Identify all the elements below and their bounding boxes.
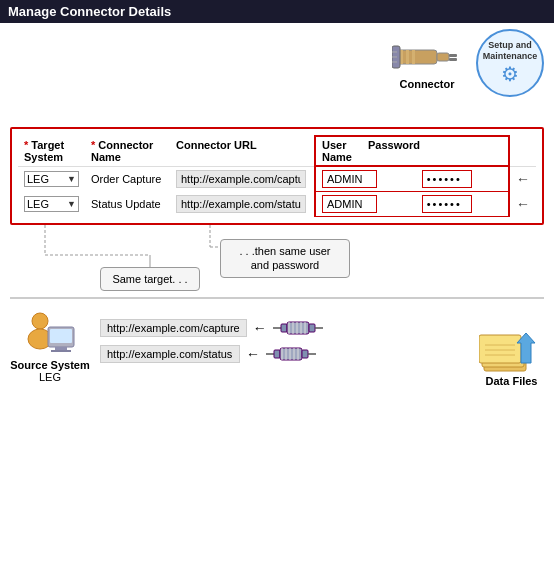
source-system-icon [20, 309, 80, 359]
url-row-2: http://example.com/status ← [100, 345, 469, 363]
page-header: Manage Connector Details [0, 0, 554, 23]
bottom-url-1: http://example.com/capture [100, 319, 247, 337]
connector-name-value-1: Order Capture [91, 173, 161, 185]
arrow-left-2: ← [246, 346, 260, 362]
target-system-select-1[interactable]: LEG ▼ [24, 171, 79, 187]
connector-badge: Connector Setup and Maintenance ⚙ [392, 29, 544, 97]
col-header-arrow [509, 136, 536, 166]
target-system-cell-1: LEG ▼ [18, 166, 85, 192]
svg-rect-21 [55, 347, 67, 350]
page-title: Manage Connector Details [8, 4, 171, 19]
svg-rect-6 [412, 50, 415, 64]
svg-rect-5 [406, 50, 409, 64]
password-cell-2 [416, 192, 509, 217]
username-cell-2 [315, 192, 416, 217]
callout-same-user-pass: . . .then same user and password [220, 239, 350, 278]
bottom-section: Source System LEG http://example.com/cap… [0, 299, 554, 397]
top-section: Connector Setup and Maintenance ⚙ [0, 23, 554, 123]
data-files-area: Data Files [479, 309, 544, 387]
username-input-2[interactable] [322, 195, 377, 213]
table-row: LEG ▼ Status Update ← [18, 192, 536, 217]
svg-rect-34 [274, 350, 280, 358]
svg-rect-1 [437, 53, 449, 61]
source-system-value: LEG [39, 371, 61, 383]
table-row: LEG ▼ Order Capture ← [18, 166, 536, 192]
gear-icon: ⚙ [501, 62, 519, 86]
source-system-label: Source System [10, 359, 89, 371]
setup-line1: Setup and [488, 40, 532, 51]
callout-same-target: Same target. . . [100, 267, 200, 291]
data-files-label: Data Files [486, 375, 538, 387]
callout-same-user-text: . . .then same user and password [239, 245, 330, 271]
password-input-1[interactable] [422, 170, 472, 188]
target-system-cell-2: LEG ▼ [18, 192, 85, 217]
svg-rect-2 [449, 54, 457, 57]
connector-name-cell-1: Order Capture [85, 166, 170, 192]
callout-section: Same target. . . . . .then same user and… [10, 225, 544, 297]
url-input-2[interactable] [176, 195, 306, 213]
arrow-left-1: ← [253, 320, 267, 336]
url-input-1[interactable] [176, 170, 306, 188]
col-header-password: Password [368, 139, 420, 163]
svg-rect-3 [449, 58, 457, 61]
svg-rect-24 [281, 324, 287, 332]
row-arrow-cell-2: ← [509, 192, 536, 217]
connector-plug-icon [392, 36, 462, 78]
connector-symbol-2 [266, 346, 316, 362]
username-cell-1 [315, 166, 416, 192]
dropdown-arrow-2: ▼ [67, 199, 76, 209]
username-input-1[interactable] [322, 170, 377, 188]
dropdown-arrow-1: ▼ [67, 174, 76, 184]
url-row-1: http://example.com/capture ← [100, 319, 469, 337]
svg-point-17 [32, 313, 48, 329]
connector-table: * TargetSystem * ConnectorName Connector… [18, 135, 536, 217]
connector-name-cell-2: Status Update [85, 192, 170, 217]
row-arrow-cell-1: ← [509, 166, 536, 192]
col-header-connector-name: * ConnectorName [85, 136, 170, 166]
data-files-icon [479, 313, 544, 373]
svg-rect-20 [50, 329, 72, 343]
bottom-url-2: http://example.com/status [100, 345, 240, 363]
callout-same-target-text: Same target. . . [112, 273, 187, 285]
svg-rect-25 [287, 322, 309, 334]
url-cell-2 [170, 192, 315, 217]
col-header-target: * TargetSystem [18, 136, 85, 166]
password-input-2[interactable] [422, 195, 472, 213]
connector-icon-area: Connector Setup and Maintenance ⚙ [392, 29, 544, 97]
target-value-2: LEG [27, 198, 67, 210]
svg-rect-45 [479, 335, 521, 363]
row-arrow-icon-1: ← [516, 171, 530, 187]
row-arrow-icon-2: ← [516, 196, 530, 212]
source-system-area: Source System LEG [10, 309, 90, 383]
connector-table-section: * TargetSystem * ConnectorName Connector… [10, 127, 544, 225]
setup-maintenance-badge: Setup and Maintenance ⚙ [476, 29, 544, 97]
url-rows-area: http://example.com/capture ← http://exam… [100, 309, 469, 363]
password-cell-1 [416, 166, 509, 192]
svg-rect-41 [302, 350, 308, 358]
connector-label: Connector [400, 78, 455, 90]
url-cell-1 [170, 166, 315, 192]
col-header-userpass: UserName Password [315, 136, 509, 166]
svg-rect-35 [280, 348, 302, 360]
svg-rect-22 [51, 350, 71, 352]
setup-line2: Maintenance [483, 51, 538, 62]
connector-name-value-2: Status Update [91, 198, 161, 210]
connector-symbol-1 [273, 320, 323, 336]
target-system-select-2[interactable]: LEG ▼ [24, 196, 79, 212]
svg-rect-31 [309, 324, 315, 332]
col-header-url: Connector URL [170, 136, 315, 166]
target-value-1: LEG [27, 173, 67, 185]
col-header-username: UserName [322, 139, 352, 163]
